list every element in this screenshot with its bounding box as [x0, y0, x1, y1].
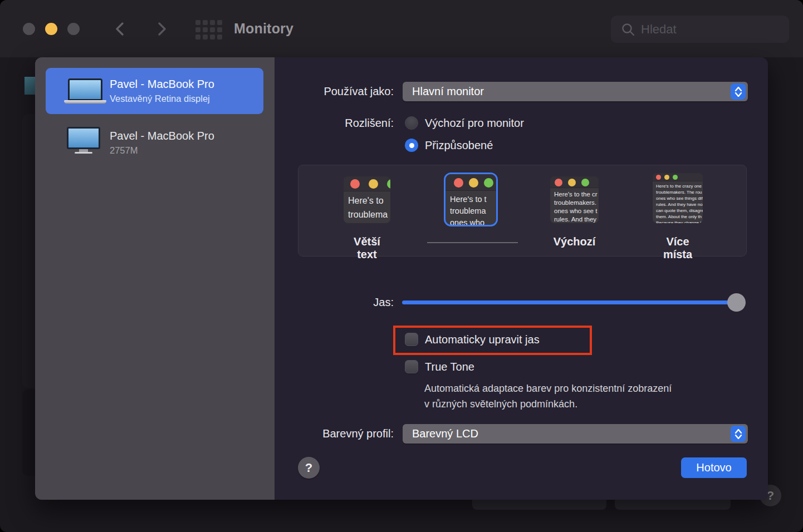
scale-option-selected[interactable]: Here's to t troublema ones who [445, 174, 496, 225]
forward-icon[interactable] [153, 20, 170, 38]
selected-scale-underline [427, 242, 518, 243]
search-field[interactable] [611, 16, 789, 43]
scale-option-more-space[interactable]: Here's to the crazy one troublemakers. T… [653, 173, 703, 223]
preview-text: ones who see things dif [656, 196, 703, 201]
title-bar: Monitory [0, 0, 803, 57]
red-dot-icon [656, 175, 661, 180]
background-panel-lower [22, 390, 36, 476]
preview-text: troublemakers. The rou [656, 190, 703, 195]
display-settings-sheet: Pavel - MacBook Pro Vestavěný Retina dis… [35, 57, 768, 500]
external-display-icon [67, 127, 100, 154]
radio-default-for-display[interactable] [405, 116, 418, 130]
dropdown-stepper-icon [731, 426, 746, 442]
zoom-button[interactable] [67, 23, 80, 35]
preview-text: Here's to the crazy one [656, 184, 703, 189]
back-icon[interactable] [111, 20, 129, 38]
green-dot-icon [581, 179, 589, 186]
green-dot-icon [387, 179, 390, 189]
green-dot-icon [673, 175, 678, 180]
green-dot-icon [484, 178, 493, 188]
red-dot-icon [555, 179, 562, 186]
scale-option-larger-text[interactable]: Here's to troublema [344, 176, 390, 223]
background-display-icon [25, 77, 35, 95]
use-as-label: Používat jako: [171, 85, 394, 98]
preview-text: ones who [450, 218, 496, 225]
yellow-dot-icon [568, 179, 576, 186]
scale-option-default[interactable]: Here's to the cr troublemakers. ones who… [550, 176, 599, 223]
preview-text: rules. And they have no [656, 202, 703, 207]
auto-brightness-label[interactable]: Automaticky upravit jas [425, 333, 540, 346]
minimize-button[interactable] [45, 23, 57, 35]
yellow-dot-icon [664, 175, 669, 180]
system-preferences-window: Monitory ? Pavel - MacBook Pro Vestavěný… [0, 0, 803, 532]
display-subtitle: 2757M [110, 145, 214, 156]
true-tone-checkbox[interactable] [405, 360, 418, 373]
scale-label-default: Výchozí [550, 235, 599, 248]
red-dot-icon [454, 178, 463, 188]
auto-brightness-checkbox[interactable] [405, 333, 418, 346]
color-profile-value: Barevný LCD [412, 427, 478, 440]
preview-text: Here's to the cr [554, 191, 599, 198]
background-panel [22, 114, 36, 388]
search-icon [621, 22, 635, 37]
true-tone-label[interactable]: True Tone [425, 361, 474, 373]
yellow-dot-icon [469, 178, 478, 188]
yellow-dot-icon [369, 179, 378, 189]
preview-text: Because they change th [656, 220, 703, 223]
page-title: Monitory [234, 21, 293, 37]
dropdown-stepper-icon [731, 83, 746, 100]
laptop-icon [68, 78, 102, 104]
use-as-value: Hlavní monitor [412, 85, 484, 98]
display-title: Pavel - MacBook Pro [110, 130, 214, 142]
scale-label-larger-text: Větší text [344, 235, 390, 261]
preview-text: rules. And they [554, 216, 599, 223]
preview-text: can quote them, disagre [656, 208, 703, 213]
color-profile-label: Barevný profil: [171, 427, 394, 440]
brightness-slider-knob[interactable] [727, 293, 746, 312]
preview-text: troublema [348, 210, 390, 220]
resolution-label: Rozlišení: [171, 117, 394, 130]
preview-text: them. About the only th [656, 214, 703, 219]
preview-text: troublema [450, 206, 496, 215]
use-as-dropdown[interactable]: Hlavní monitor [403, 82, 748, 101]
show-all-grid-icon[interactable] [195, 20, 222, 40]
radio-default-label[interactable]: Výchozí pro monitor [425, 117, 524, 130]
true-tone-description: Automatická adaptace barev pro konzisten… [424, 381, 672, 412]
radio-scaled[interactable] [405, 139, 418, 152]
brightness-label: Jas: [171, 296, 394, 309]
brightness-slider[interactable] [402, 301, 745, 304]
close-button[interactable] [23, 23, 35, 35]
help-button[interactable]: ? [298, 457, 320, 479]
preview-text: Here's to t [450, 195, 496, 204]
preview-text: troublemakers. [554, 199, 599, 206]
red-dot-icon [350, 179, 360, 189]
done-button[interactable]: Hotovo [681, 457, 747, 478]
scale-label-more-space: Více místa [653, 235, 703, 261]
color-profile-dropdown[interactable]: Barevný LCD [403, 424, 748, 444]
search-input[interactable] [641, 22, 780, 37]
preview-text: ones who see t [554, 208, 599, 214]
radio-scaled-label[interactable]: Přizpůsobené [425, 139, 493, 152]
preview-text: Here's to [348, 196, 390, 206]
